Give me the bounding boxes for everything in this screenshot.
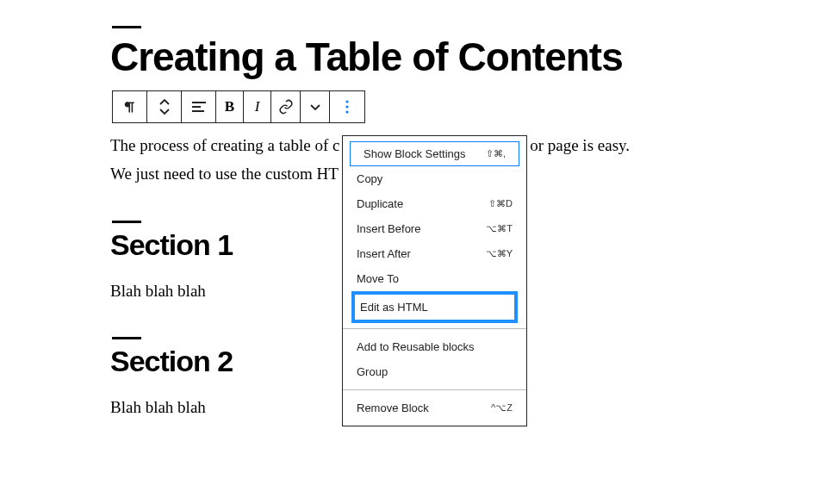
bold-button[interactable]: B — [216, 91, 244, 122]
menu-label: Copy — [357, 172, 382, 185]
svg-point-4 — [345, 105, 348, 108]
menu-shortcut: ⌥⌘Y — [486, 248, 513, 259]
link-button[interactable] — [271, 91, 301, 122]
chevron-down-icon — [310, 102, 320, 112]
menu-shortcut: ⇧⌘D — [488, 198, 513, 209]
page-title[interactable]: Creating a Table of Contents — [110, 34, 839, 80]
more-vertical-icon — [345, 100, 349, 114]
svg-rect-1 — [192, 106, 201, 108]
align-button[interactable] — [182, 91, 216, 122]
move-block-button[interactable] — [147, 91, 182, 122]
menu-shortcut: ^⌥Z — [491, 402, 513, 414]
align-left-icon — [192, 101, 206, 113]
menu-label: Add to Reusable blocks — [357, 340, 475, 353]
block-toolbar: B I — [112, 90, 365, 123]
menu-insert-before[interactable]: Insert Before ⌥⌘T — [343, 216, 526, 241]
menu-label: Move To — [357, 272, 399, 285]
svg-point-5 — [345, 110, 348, 113]
menu-label: Duplicate — [357, 197, 403, 210]
title-rule — [112, 26, 141, 28]
svg-point-3 — [345, 100, 348, 103]
menu-label: Edit as HTML — [360, 301, 428, 314]
italic-button[interactable]: I — [244, 91, 271, 122]
block-options-dropdown: Show Block Settings ⇧⌘, Copy Duplicate ⇧… — [342, 135, 527, 426]
menu-label: Show Block Settings — [364, 147, 466, 160]
paragraph-text-after: or page is easy. — [525, 136, 630, 154]
link-icon — [278, 99, 294, 115]
menu-show-block-settings[interactable]: Show Block Settings ⇧⌘, — [350, 141, 519, 166]
menu-remove-block[interactable]: Remove Block ^⌥Z — [343, 395, 526, 420]
chevron-up-down-icon — [158, 97, 171, 116]
more-richtext-button[interactable] — [301, 91, 330, 122]
menu-label: Group — [357, 365, 388, 378]
menu-duplicate[interactable]: Duplicate ⇧⌘D — [343, 191, 526, 216]
menu-shortcut: ⇧⌘, — [486, 148, 506, 159]
menu-edit-as-html[interactable]: Edit as HTML — [355, 295, 514, 320]
section-2-rule — [112, 337, 141, 339]
svg-rect-2 — [192, 110, 204, 112]
paragraph-text-before: The process of creating a table of c — [110, 136, 339, 154]
menu-add-reusable[interactable]: Add to Reusable blocks — [343, 334, 526, 359]
menu-move-to[interactable]: Move To — [343, 266, 526, 291]
pilcrow-icon — [123, 100, 137, 114]
menu-group[interactable]: Group — [343, 359, 526, 384]
block-type-button[interactable] — [113, 91, 147, 122]
menu-edit-as-html-highlight: Edit as HTML — [351, 291, 518, 323]
block-options-button[interactable] — [330, 91, 364, 122]
menu-copy[interactable]: Copy — [343, 166, 526, 191]
svg-rect-0 — [192, 102, 206, 103]
menu-shortcut: ⌥⌘T — [486, 223, 513, 234]
section-1-rule — [112, 221, 141, 223]
menu-insert-after[interactable]: Insert After ⌥⌘Y — [343, 241, 526, 266]
menu-label: Insert Before — [357, 222, 420, 235]
menu-label: Insert After — [357, 247, 411, 260]
menu-label: Remove Block — [357, 401, 429, 414]
